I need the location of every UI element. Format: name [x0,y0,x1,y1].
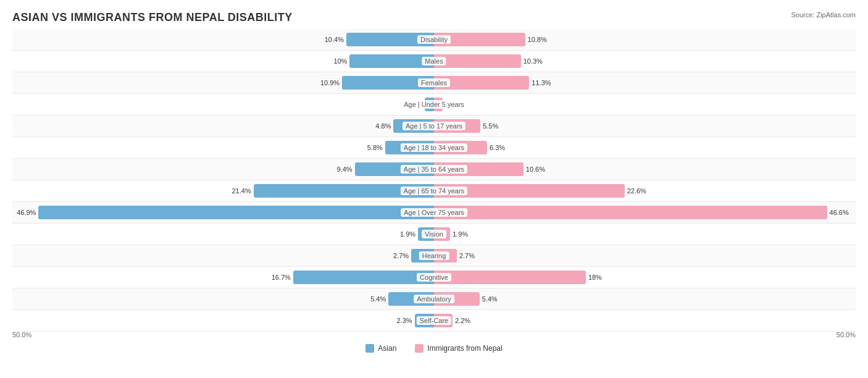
right-value: 10.3% [521,57,543,65]
left-value: 9.4% [337,166,355,173]
bar-row: 9.4% Age | 35 to 64 years 10.6% [12,159,856,180]
bar-right [434,54,521,68]
right-value: 10.6% [524,166,545,173]
bar-row: 10% Males 10.3% [12,51,856,72]
bar-left [254,184,434,198]
source-label: Source: ZipAtlas.com [791,11,856,19]
right-side: 10.8% [434,29,856,50]
right-value: 1.9% [450,230,468,238]
right-value: 2.7% [457,252,475,259]
left-side: 10% [12,51,434,72]
left-side: 10.4% [12,29,434,50]
right-value: 22.6% [625,187,646,195]
bar-right [434,119,480,133]
bar-left [38,206,434,219]
right-value: 2.2% [453,317,470,324]
bar-left [415,314,434,327]
legend-nepal-label: Immigrants from Nepal [427,344,502,353]
left-side: 4.8% [12,116,434,136]
bar-left [425,98,434,111]
left-side: 2.7% [12,245,434,266]
bar-right [434,206,827,219]
left-side: 10.9% [12,72,434,93]
bar-row: 5.4% Ambulatory 5.4% [12,288,856,310]
left-value: 5.8% [367,144,385,151]
bar-right [434,314,453,327]
bar-row: 4.8% Age | 5 to 17 years 5.5% [12,116,856,137]
bar-left [411,249,434,262]
bar-left [418,227,434,241]
left-side: 21.4% [12,180,434,201]
bar-right [434,162,524,176]
right-side: 46.6% [434,202,856,223]
bars-area: 10.4% Disability 10.8% 10% Males 10.3% [12,29,856,328]
right-value: 10.8% [525,36,547,43]
bar-right [434,184,625,198]
bar-right [434,98,443,111]
right-side: 2.2% [434,310,856,331]
left-side: 9.4% [12,159,434,180]
right-side: 5.4% [434,288,856,309]
right-side: 10.6% [434,159,856,180]
left-value: 2.7% [393,252,411,259]
right-side: 1.9% [434,224,856,245]
axis-left: 50.0% [12,331,434,338]
chart-title: ASIAN VS IMMIGRANTS FROM NEPAL DISABILIT… [12,11,856,24]
left-value: 1.1% [407,101,425,108]
right-value: 46.6% [827,209,849,216]
axis-right: 50.0% [434,331,856,338]
left-side: 2.3% [12,310,434,331]
legend-nepal: Immigrants from Nepal [415,344,502,353]
left-value: 5.4% [370,295,388,303]
bar-right [434,249,457,262]
bar-row: 2.7% Hearing 2.7% [12,245,856,267]
left-value: 21.4% [232,187,253,195]
bar-row: 1.1% Age | Under 5 years 1% [12,94,856,116]
left-value: 16.7% [272,274,293,281]
bar-left [388,292,434,306]
left-side: 1.9% [12,224,434,245]
left-side: 16.7% [12,267,434,288]
right-value: 11.3% [529,79,551,86]
legend-asian: Asian [365,344,396,353]
right-side: 18% [434,267,856,288]
left-side: 1.1% [12,94,434,115]
bar-right [434,33,525,46]
bar-row: 21.4% Age | 65 to 74 years 22.6% [12,180,856,202]
right-side: 22.6% [434,180,856,201]
right-value: 5.5% [480,122,498,130]
bar-row: 2.3% Self-Care 2.2% [12,310,856,332]
right-value: 1% [443,101,455,108]
bar-row: 5.8% Age | 18 to 34 years 6.3% [12,137,856,159]
legend-asian-box [365,344,374,353]
right-side: 5.5% [434,116,856,136]
left-side: 5.4% [12,288,434,309]
bar-left [393,119,434,133]
bar-row: 46.9% Age | Over 75 years 46.6% [12,202,856,224]
bar-left [346,33,434,46]
legend: Asian Immigrants from Nepal [12,344,856,353]
left-value: 10% [333,57,349,65]
right-value: 6.3% [487,144,505,151]
right-value: 18% [586,274,602,281]
bar-row: 10.9% Females 11.3% [12,72,856,94]
left-value: 4.8% [375,122,393,130]
left-value: 10.4% [325,36,346,43]
left-side: 46.9% [12,202,434,223]
bar-left [385,141,434,154]
chart-container: ASIAN VS IMMIGRANTS FROM NEPAL DISABILIT… [0,0,868,378]
right-side: 2.7% [434,245,856,266]
bar-right [434,292,480,306]
left-value: 10.9% [320,79,342,86]
bar-row: 16.7% Cognitive 18% [12,267,856,288]
bar-row: 10.4% Disability 10.8% [12,29,856,51]
bar-right [434,76,529,90]
legend-nepal-box [415,344,424,353]
legend-asian-label: Asian [378,344,396,353]
bar-right [434,141,487,154]
left-side: 5.8% [12,137,434,158]
bar-right [434,271,586,284]
right-side: 6.3% [434,137,856,158]
bar-left [355,162,434,176]
bar-left [342,76,434,90]
